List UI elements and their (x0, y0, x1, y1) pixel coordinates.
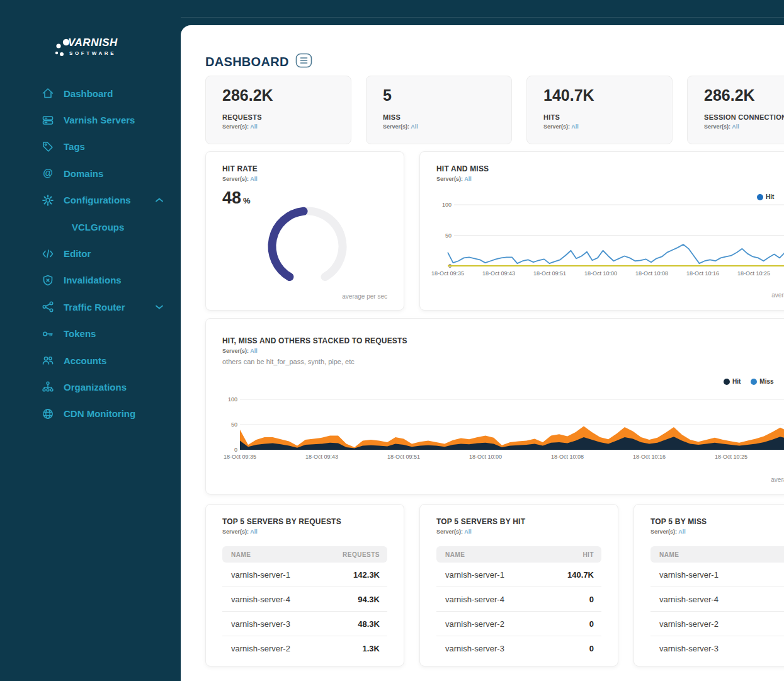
stat-label: HITS (543, 113, 672, 121)
card-title: TOP 5 SERVERS BY REQUESTS (222, 517, 341, 526)
server-label: Server(s): (436, 529, 463, 535)
sidebar-item-accounts[interactable]: Accounts (0, 347, 181, 374)
logo-line2: SOFTWARE (69, 50, 141, 56)
stacked-requests-chart: 05010018-Oct 09:3518-Oct 09:4318-Oct 09:… (206, 319, 784, 494)
sidebar-item-traffic-router[interactable]: Traffic Router (0, 294, 181, 320)
gear-icon (42, 194, 55, 207)
sidebar-item-tags[interactable]: Tags (0, 134, 181, 160)
hit-and-miss-card: HIT AND MISS Server(s): All Hit Miss 050… (419, 151, 784, 311)
svg-text:18-Oct 09:43: 18-Oct 09:43 (482, 270, 515, 277)
server-filter-link[interactable]: All (250, 529, 258, 535)
servers-table: NAME varnish-server-1 varnish-server-4 v… (650, 546, 784, 661)
stat-card-hits: 140.7K HITS Server(s): All (526, 76, 673, 144)
share-icon (42, 300, 55, 313)
sidebar-item-label: Tags (64, 141, 85, 152)
svg-text:18-Oct 10:00: 18-Oct 10:00 (584, 270, 617, 277)
sidebar-item-dashboard[interactable]: Dashboard (0, 80, 181, 106)
stat-card-requests: 286.2K REQUESTS Server(s): All (205, 76, 351, 144)
svg-text:18-Oct 09:51: 18-Oct 09:51 (533, 270, 566, 277)
hit-and-miss-chart: 05010018-Oct 09:3518-Oct 09:4318-Oct 09:… (420, 152, 784, 310)
table-header: NAMEHIT (436, 546, 601, 563)
svg-text:18-Oct 09:35: 18-Oct 09:35 (224, 454, 256, 460)
home-icon (42, 87, 55, 100)
sidebar-item-label: Invalidations (64, 275, 122, 285)
sidebar-item-varnish-servers[interactable]: Varnish Servers (0, 106, 181, 133)
topbar-divider (181, 17, 784, 18)
table-row[interactable]: varnish-server-1142.3K (222, 563, 387, 587)
server-label: Server(s): (222, 123, 249, 130)
servers-table: NAMEHIT varnish-server-1140.7K varnish-s… (436, 546, 601, 661)
table-row[interactable]: varnish-server-20 (436, 612, 601, 636)
svg-text:50: 50 (231, 421, 237, 428)
server-filter-link[interactable]: All (464, 529, 472, 535)
sidebar-nav: Dashboard Varnish Servers Tags @ Domains (0, 80, 181, 427)
server-filter-link[interactable]: All (411, 123, 418, 130)
org-icon (42, 381, 55, 393)
server-label: Server(s): (543, 123, 570, 130)
key-icon (42, 328, 55, 340)
logo-line1: VARNISH (68, 37, 141, 49)
sidebar-item-organizations[interactable]: Organizations (0, 374, 181, 400)
server-filter-link[interactable]: All (571, 123, 579, 130)
servers-table: NAMEREQUESTS varnish-server-1142.3K varn… (222, 546, 387, 661)
svg-text:0: 0 (234, 447, 237, 453)
logo-dots-icon (53, 37, 72, 60)
table-row[interactable]: varnish-server-21.3K (222, 636, 387, 661)
top-by-miss-card: TOP 5 BY MISS Server(s): All NAME varnis… (633, 504, 784, 667)
stat-label: REQUESTS (222, 113, 351, 121)
server-label: Server(s): (704, 123, 730, 130)
table-row[interactable]: varnish-server-1140.7K (436, 563, 601, 587)
dashboard-menu-icon[interactable] (295, 53, 312, 71)
stat-value: 286.2K (222, 86, 351, 105)
chevron-down-icon[interactable] (156, 305, 163, 309)
table-row[interactable]: varnish-server-30 (436, 636, 601, 661)
sidebar-item-label: Editor (64, 248, 91, 259)
svg-text:18-Oct 10:16: 18-Oct 10:16 (633, 454, 666, 460)
table-row[interactable]: varnish-server-40 (436, 587, 601, 612)
sidebar-item-label: CDN Monitoring (64, 408, 135, 419)
svg-text:@: @ (43, 168, 53, 178)
shield-icon (42, 274, 55, 287)
table-header: NAMEREQUESTS (222, 546, 387, 563)
sidebar-item-label: Varnish Servers (64, 115, 135, 125)
varnish-logo: VARNISH SOFTWARE (53, 37, 141, 56)
server-filter-link[interactable]: All (678, 529, 686, 535)
svg-text:50: 50 (445, 232, 452, 239)
stat-card-session-connections: 286.2K SESSION CONNECTIONS Server(s): Al… (687, 76, 784, 144)
sidebar-item-domains[interactable]: @ Domains (0, 160, 181, 186)
sidebar-item-invalidations[interactable]: Invalidations (0, 267, 181, 294)
table-row[interactable]: varnish-server-494.3K (222, 587, 387, 612)
sidebar-item-vclgroups[interactable]: VCLGroups (0, 214, 181, 240)
table-row[interactable]: varnish-server-1 (650, 563, 784, 587)
svg-text:18-Oct 10:08: 18-Oct 10:08 (635, 270, 668, 277)
sidebar: VARNISH SOFTWARE Dashboard Varnish Serve… (0, 0, 181, 681)
table-row[interactable]: varnish-server-4 (650, 587, 784, 612)
sidebar-item-label: Accounts (64, 355, 106, 366)
svg-text:18-Oct 10:25: 18-Oct 10:25 (737, 270, 770, 277)
sidebar-item-label: Configurations (64, 195, 131, 205)
server-filter-link[interactable]: All (250, 123, 258, 130)
svg-text:100: 100 (442, 202, 452, 208)
servers-icon (42, 114, 55, 127)
card-title: TOP 5 SERVERS BY HIT (436, 517, 525, 526)
sidebar-item-configurations[interactable]: Configurations (0, 187, 181, 214)
table-row[interactable]: varnish-server-3 (650, 636, 784, 661)
server-filter-link[interactable]: All (732, 123, 739, 130)
globe-icon (42, 408, 55, 420)
svg-text:18-Oct 10:25: 18-Oct 10:25 (715, 454, 747, 460)
sidebar-item-label: Organizations (64, 382, 127, 392)
hit-rate-gauge (206, 152, 404, 310)
svg-text:18-Oct 10:08: 18-Oct 10:08 (551, 454, 584, 460)
svg-text:100: 100 (228, 396, 237, 403)
code-icon (42, 248, 55, 260)
sidebar-item-editor[interactable]: Editor (0, 240, 181, 266)
table-row[interactable]: varnish-server-348.3K (222, 612, 387, 636)
svg-text:18-Oct 09:43: 18-Oct 09:43 (305, 454, 338, 460)
main-panel: DASHBOARD 286.2K REQUESTS Server(s): All… (181, 25, 784, 681)
sidebar-item-cdn-monitoring[interactable]: CDN Monitoring (0, 401, 181, 427)
chevron-up-icon[interactable] (156, 198, 163, 202)
chart-footer: average per sec (342, 293, 387, 300)
table-row[interactable]: varnish-server-2 (650, 612, 784, 636)
svg-text:18-Oct 09:51: 18-Oct 09:51 (387, 454, 420, 460)
sidebar-item-tokens[interactable]: Tokens (0, 321, 181, 347)
